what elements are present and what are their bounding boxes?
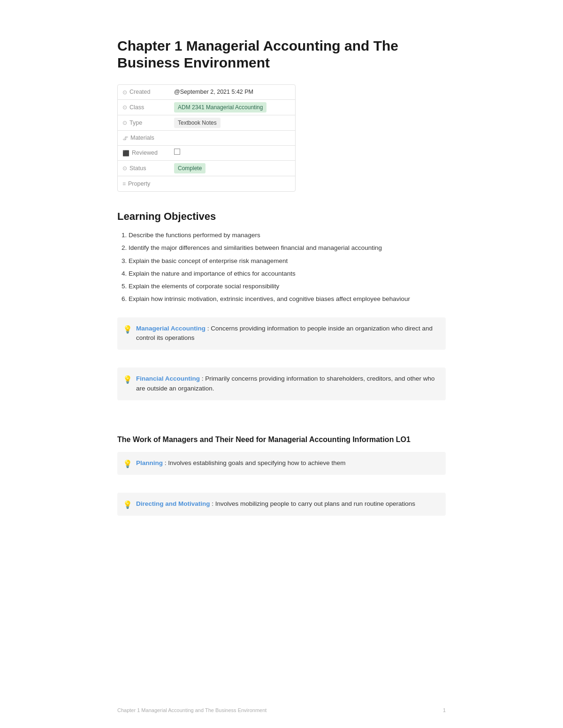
property-value-status: Complete xyxy=(169,161,295,176)
list-item: Explain the elements of corporate social… xyxy=(129,282,446,291)
property-value-property xyxy=(169,181,295,186)
list-item: Explain how intrinsic motivation, extrin… xyxy=(129,294,446,304)
property-row-status: ⊙ Status Complete xyxy=(118,161,295,176)
property-value-created: @September 2, 2021 5:42 PM xyxy=(169,85,295,99)
property-value-materials xyxy=(169,136,295,141)
learning-objectives-heading: Learning Objectives xyxy=(117,209,446,224)
subsection-heading: The Work of Managers and Their Need for … xyxy=(117,434,446,445)
property-label-created: ⊙ Created xyxy=(118,85,169,99)
property-label-type: ⊙ Type xyxy=(118,116,169,130)
property-label-materials: 🖇 Materials xyxy=(118,131,169,145)
property-row-materials: 🖇 Materials xyxy=(118,131,295,146)
definition-planning: : Involves establishing goals and specif… xyxy=(165,459,346,466)
term-directing[interactable]: Directing and Motivating xyxy=(136,500,210,507)
footer-page: 1 xyxy=(443,706,446,714)
property-row-type: ⊙ Type Textbook Notes xyxy=(118,115,295,131)
learning-objectives-list: Describe the functions performed by mana… xyxy=(129,231,446,304)
bulb-icon-3: 💡 xyxy=(123,458,132,470)
bulb-icon: 💡 xyxy=(123,324,132,336)
created-icon: ⊙ xyxy=(122,88,127,97)
reviewed-checkbox[interactable] xyxy=(174,149,180,155)
property-row-property: ≡ Property xyxy=(118,176,295,191)
property-label-status: ⊙ Status xyxy=(118,162,169,175)
info-card-planning: 💡 Planning : Involves establishing goals… xyxy=(117,452,446,475)
term-planning[interactable]: Planning xyxy=(136,459,163,466)
page-container: Chapter 1 Managerial Accounting and The … xyxy=(80,0,483,728)
list-item: Explain the basic concept of enterprise … xyxy=(129,256,446,266)
type-tag[interactable]: Textbook Notes xyxy=(174,118,221,128)
term-managerial[interactable]: Managerial Accounting xyxy=(136,325,205,332)
type-icon: ⊙ xyxy=(122,119,127,127)
page-title: Chapter 1 Managerial Accounting and The … xyxy=(117,38,446,71)
definition-directing: : Involves mobilizing people to carry ou… xyxy=(212,500,415,507)
property-value-class: ADM 2341 Managerial Accounting xyxy=(169,100,295,115)
property-icon: ≡ xyxy=(122,180,126,188)
bulb-icon-2: 💡 xyxy=(123,374,132,386)
property-value-reviewed xyxy=(169,146,295,160)
list-item: Identify the major differences and simil… xyxy=(129,243,446,253)
reviewed-icon: ⬛ xyxy=(122,149,129,158)
term-financial[interactable]: Financial Accounting xyxy=(136,375,200,382)
bulb-icon-4: 💡 xyxy=(123,499,132,511)
properties-table: ⊙ Created @September 2, 2021 5:42 PM ⊙ C… xyxy=(117,84,296,192)
info-card-financial: 💡 Financial Accounting : Primarily conce… xyxy=(117,368,446,400)
property-label-reviewed: ⬛ Reviewed xyxy=(118,146,169,160)
footer-title: Chapter 1 Managerial Accounting and The … xyxy=(117,706,266,714)
property-row-class: ⊙ Class ADM 2341 Managerial Accounting xyxy=(118,100,295,115)
class-tag[interactable]: ADM 2341 Managerial Accounting xyxy=(174,102,266,113)
property-row-created: ⊙ Created @September 2, 2021 5:42 PM xyxy=(118,85,295,100)
status-icon: ⊙ xyxy=(122,164,127,173)
class-icon: ⊙ xyxy=(122,103,127,112)
property-value-type: Textbook Notes xyxy=(169,115,295,130)
property-label-class: ⊙ Class xyxy=(118,101,169,114)
materials-icon: 🖇 xyxy=(122,134,128,143)
page-footer: Chapter 1 Managerial Accounting and The … xyxy=(117,706,446,714)
property-row-reviewed: ⬛ Reviewed xyxy=(118,146,295,161)
list-item: Describe the functions performed by mana… xyxy=(129,231,446,240)
list-item: Explain the nature and importance of eth… xyxy=(129,269,446,278)
info-card-directing: 💡 Directing and Motivating : Involves mo… xyxy=(117,493,446,516)
property-label-property: ≡ Property xyxy=(118,177,169,191)
status-tag[interactable]: Complete xyxy=(174,163,205,173)
info-card-managerial: 💡 Managerial Accounting : Concerns provi… xyxy=(117,317,446,350)
